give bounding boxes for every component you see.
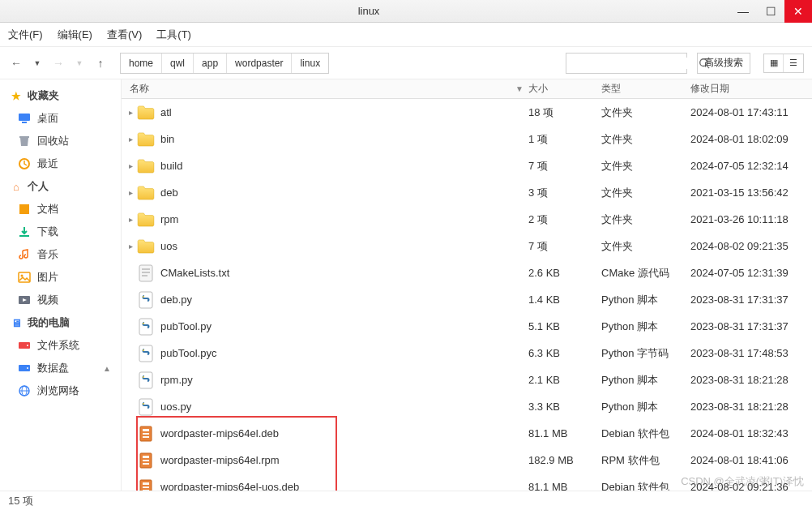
file-row[interactable]: rpm.py 2.1 KB Python 脚本 2023-08-31 18:21… [122,366,812,393]
col-name[interactable]: 名称▼ [122,82,528,96]
sidebar-item[interactable]: 图片 [0,266,121,289]
advanced-search-button[interactable]: 高级搜索 [697,53,750,74]
breadcrumb-segment[interactable]: wordpaster [227,54,292,73]
file-icon [136,237,156,256]
file-row[interactable]: ▸ build 7 项 文件夹 2024-07-05 12:32:14 [122,152,812,179]
sidebar-item[interactable]: 音乐 [0,243,121,266]
expand-icon[interactable]: ▸ [125,135,136,144]
svg-point-23 [143,296,144,298]
file-size: 81.1 MB [528,427,601,439]
search-input[interactable] [566,58,698,69]
sidebar-item[interactable]: 视频 [0,289,121,311]
sidebar-item[interactable]: 浏览网络 [0,379,121,402]
disk-red-icon [18,339,31,352]
eject-icon[interactable]: ▲ [103,364,111,373]
file-row[interactable]: pubTool.py 5.1 KB Python 脚本 2023-08-31 1… [122,313,812,340]
sidebar-item[interactable]: 最近 [0,152,121,175]
expand-icon[interactable]: ▸ [125,108,136,117]
file-name: wordpaster-mips64el.deb [160,427,528,439]
expand-icon[interactable]: ▸ [125,215,136,224]
file-row[interactable]: wordpaster-mips64el.deb 81.1 MB Debian 软… [122,420,812,447]
titlebar: linux — ☐ ✕ [0,0,812,23]
breadcrumb: homeqwlappwordpasterlinux [120,53,329,74]
file-size: 5.1 KB [528,320,601,332]
svg-point-35 [143,403,144,405]
file-icon [136,156,156,176]
file-size: 18 项 [528,105,601,120]
nav-back-menu[interactable]: ▼ [29,55,45,71]
menu-edit[interactable]: 编辑(E) [58,28,92,42]
file-name: deb [160,186,528,199]
file-name: deb.py [160,294,528,306]
menu-tools[interactable]: 工具(T) [156,28,191,42]
minimize-button[interactable]: — [729,0,757,23]
file-row[interactable]: CMakeLists.txt 2.6 KB CMake 源代码 2024-07-… [122,259,812,286]
file-type: Python 脚本 [601,319,690,334]
sidebar-item-label: 文件系统 [37,338,79,353]
file-date: 2021-03-26 10:11:18 [690,213,812,225]
file-name: uos [160,240,528,252]
svg-rect-46 [143,482,149,485]
col-size[interactable]: 大小 [528,82,601,96]
svg-rect-2 [19,114,30,121]
file-row[interactable]: ▸ uos 7 项 文件夹 2024-08-02 09:21:35 [122,233,812,259]
expand-icon[interactable]: ▸ [125,188,136,197]
file-type: Debian 软件包 [601,480,690,491]
menu-view[interactable]: 查看(V) [107,28,142,42]
file-row[interactable]: uos.py 3.3 KB Python 脚本 2023-08-31 18:21… [122,393,812,420]
sidebar-item[interactable]: 桌面 [0,107,121,130]
file-icon [136,130,156,149]
sidebar-item-label: 数据盘 [37,361,69,375]
breadcrumb-segment[interactable]: qwl [162,54,194,73]
svg-rect-34 [139,399,152,415]
file-row[interactable]: ▸ rpm 2 项 文件夹 2021-03-26 10:11:18 [122,206,812,233]
file-row[interactable]: ▸ bin 1 项 文件夹 2024-08-01 18:02:09 [122,126,812,152]
sidebar-item[interactable]: 文件系统 [0,334,121,357]
breadcrumb-segment[interactable]: app [194,54,227,73]
search-box[interactable] [566,53,687,74]
view-list-button[interactable]: ☰ [784,54,803,72]
svg-point-32 [143,376,144,378]
col-type[interactable]: 类型 [601,82,690,96]
file-icon [136,371,156,390]
menu-file[interactable]: 文件(F) [8,28,43,42]
file-icon [136,397,156,417]
sidebar-item-label: 回收站 [37,134,69,148]
file-size: 2.6 KB [528,267,601,279]
close-button[interactable]: ✕ [784,0,812,23]
sidebar-item[interactable]: 文档 [0,198,121,221]
file-row[interactable]: wordpaster-mips64el-uos.deb 81.1 MB Debi… [122,474,812,491]
file-pane: 名称▼ 大小 类型 修改日期 ▸ atl 18 项 文件夹 2024-08-01… [122,79,812,491]
file-row[interactable]: ▸ deb 3 项 文件夹 2021-03-15 13:56:42 [122,179,812,206]
expand-icon[interactable]: ▸ [125,242,136,251]
sidebar-item-label: 最近 [37,156,58,171]
sidebar-item[interactable]: 下载 [0,221,121,243]
file-date: 2021-03-15 13:56:42 [690,186,812,199]
svg-rect-25 [139,319,152,335]
col-date[interactable]: 修改日期 [690,82,812,96]
file-type: Python 脚本 [601,373,690,388]
breadcrumb-segment[interactable]: linux [292,54,328,73]
expand-icon[interactable]: ▸ [125,161,136,170]
svg-rect-4 [19,136,29,138]
file-date: 2024-08-01 18:02:09 [690,133,812,145]
file-row[interactable]: wordpaster-mips64el.rpm 182.9 MB RPM 软件包… [122,447,812,474]
nav-forward-menu[interactable]: ▼ [71,55,88,71]
file-row[interactable]: deb.py 1.4 KB Python 脚本 2023-08-31 17:31… [122,286,812,313]
file-row[interactable]: ▸ atl 18 项 文件夹 2024-08-01 17:43:11 [122,99,812,126]
nav-forward-button[interactable]: → [50,55,66,71]
sidebar-group-title: ⌂个人 [0,175,121,198]
file-row[interactable]: pubTool.pyc 6.3 KB Python 字节码 2023-08-31… [122,340,812,366]
sidebar-item[interactable]: 数据盘▲ [0,357,121,379]
svg-rect-45 [140,480,152,491]
file-icon [136,424,156,444]
nav-up-button[interactable]: ↑ [92,55,109,71]
sidebar-item-label: 音乐 [37,247,58,262]
view-grid-button[interactable]: ▦ [764,54,784,72]
file-name: pubTool.py [160,320,528,332]
sidebar-group-title: 🖥我的电脑 [0,311,121,334]
breadcrumb-segment[interactable]: home [121,54,162,73]
sidebar-item[interactable]: 回收站 [0,130,121,152]
maximize-button[interactable]: ☐ [757,0,784,23]
nav-back-button[interactable]: ← [8,55,24,71]
